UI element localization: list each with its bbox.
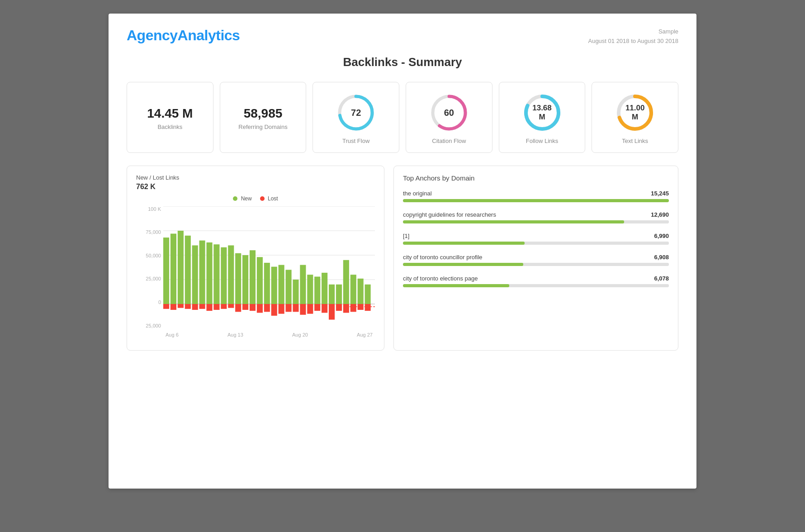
legend-lost-dot [260, 196, 265, 201]
citation-flow-value: 60 [444, 107, 454, 118]
svg-rect-23 [199, 240, 205, 304]
follow-links-value: 13.68 M [532, 104, 552, 122]
anchor-item-1: copyright guidelines for researchers 12,… [403, 211, 669, 223]
svg-rect-69 [365, 284, 371, 304]
anchor-value-1: 12,690 [651, 211, 669, 218]
x-axis-labels: Aug 6 Aug 13 Aug 20 Aug 27 [163, 332, 375, 337]
svg-rect-31 [228, 245, 234, 304]
anchor-name-0: the original [403, 190, 432, 197]
y-label-25k: 25,000 [136, 276, 161, 281]
svg-rect-46 [279, 304, 284, 314]
y-axis-labels: 100 K 75,000 50,000 25,000 0 25,000 [136, 206, 161, 328]
svg-rect-53 [307, 275, 313, 304]
svg-rect-48 [286, 304, 292, 312]
svg-rect-35 [242, 255, 248, 304]
svg-rect-57 [322, 272, 327, 304]
top-anchors-panel: Top Anchors by Domain the original 15,24… [393, 166, 678, 351]
svg-rect-26 [206, 304, 212, 311]
anchor-bar-fill-1 [403, 220, 624, 223]
svg-rect-55 [314, 276, 320, 304]
date-range: August 01 2018 to August 30 2018 [588, 37, 678, 46]
backlinks-label: Backlinks [157, 124, 182, 130]
x-label-aug20: Aug 20 [292, 332, 308, 337]
svg-rect-30 [221, 304, 227, 309]
svg-rect-38 [250, 304, 256, 311]
follow-links-gauge: 13.68 M [522, 92, 563, 133]
anchor-value-2: 6,990 [654, 233, 669, 239]
svg-rect-47 [286, 270, 292, 304]
anchor-item-0: the original 15,245 [403, 190, 669, 202]
metric-card-text-links: 11.00 M Text Links [592, 82, 678, 153]
svg-rect-51 [300, 265, 306, 304]
top-anchors-title: Top Anchors by Domain [403, 174, 669, 182]
anchor-bar-fill-3 [403, 263, 523, 266]
svg-rect-17 [178, 231, 184, 304]
svg-rect-41 [264, 262, 270, 304]
y-label-0: 0 [136, 299, 161, 305]
y-label-neg25k: 25,000 [136, 323, 161, 328]
svg-rect-40 [257, 304, 263, 313]
trust-flow-gauge: 72 [336, 92, 376, 133]
anchor-name-3: city of toronto councillor profile [403, 254, 483, 261]
x-label-aug6: Aug 6 [166, 332, 179, 337]
page-container: AgencyAnalytics Sample August 01 2018 to… [109, 14, 696, 489]
svg-rect-33 [235, 253, 241, 304]
y-label-50k: 50,000 [136, 253, 161, 258]
anchor-name-4: city of toronto elections page [403, 275, 478, 282]
svg-rect-42 [264, 304, 270, 312]
legend-new: New [233, 195, 251, 202]
svg-rect-67 [358, 278, 364, 304]
svg-rect-22 [192, 304, 198, 310]
charts-row: New / Lost Links 762 K New Lost 100 K 75… [127, 166, 678, 351]
svg-rect-60 [329, 304, 335, 320]
citation-flow-gauge: 60 [429, 92, 469, 133]
svg-rect-66 [350, 304, 356, 312]
referring-domains-label: Referring Domains [238, 124, 287, 130]
svg-rect-14 [163, 304, 169, 309]
anchor-value-4: 6,078 [654, 275, 669, 282]
text-links-gauge: 11.00 M [615, 92, 655, 133]
logo-analytics: Analytics [178, 27, 240, 43]
trust-flow-value: 72 [351, 107, 361, 118]
bar-chart-title: New / Lost Links [136, 174, 375, 181]
metric-card-referring-domains: 58,985 Referring Domains [220, 82, 307, 153]
svg-rect-61 [336, 284, 342, 304]
svg-rect-28 [213, 304, 219, 310]
anchor-bar-bg-2 [403, 242, 669, 245]
header-info: Sample August 01 2018 to August 30 2018 [588, 27, 678, 46]
page-title: Backlinks - Summary [127, 55, 678, 69]
svg-rect-43 [271, 266, 277, 304]
svg-rect-27 [213, 244, 219, 304]
anchor-bar-bg-4 [403, 284, 669, 287]
svg-rect-56 [314, 304, 320, 311]
text-links-value: 11.00 M [625, 104, 645, 122]
referring-domains-value: 58,985 [244, 106, 283, 121]
anchor-bar-bg-0 [403, 199, 669, 202]
svg-rect-34 [235, 304, 241, 312]
bar-chart-area: 100 K 75,000 50,000 25,000 0 25,000 [136, 206, 375, 342]
backlinks-value: 14.45 M [147, 106, 193, 121]
svg-rect-39 [257, 257, 263, 304]
logo: AgencyAnalytics [127, 27, 240, 44]
text-links-label: Text Links [622, 138, 648, 144]
anchor-item-2: [1] 6,990 [403, 233, 669, 245]
x-label-aug27: Aug 27 [357, 332, 373, 337]
metrics-row: 14.45 M Backlinks 58,985 Referring Domai… [127, 82, 678, 153]
anchor-bar-fill-2 [403, 242, 525, 245]
anchor-bar-fill-0 [403, 199, 669, 202]
svg-rect-54 [307, 304, 313, 314]
svg-rect-19 [185, 235, 191, 304]
legend-new-dot [233, 196, 237, 201]
metric-card-citation-flow: 60 Citation Flow [406, 82, 492, 153]
svg-rect-65 [350, 275, 356, 304]
citation-flow-label: Citation Flow [432, 138, 466, 144]
svg-rect-49 [293, 280, 298, 304]
svg-rect-18 [178, 304, 184, 308]
metric-card-backlinks: 14.45 M Backlinks [127, 82, 213, 153]
svg-rect-44 [271, 304, 277, 316]
svg-rect-32 [228, 304, 234, 308]
svg-rect-37 [250, 250, 256, 304]
anchor-bar-fill-4 [403, 284, 509, 287]
svg-rect-20 [185, 304, 191, 309]
anchor-value-3: 6,908 [654, 254, 669, 261]
